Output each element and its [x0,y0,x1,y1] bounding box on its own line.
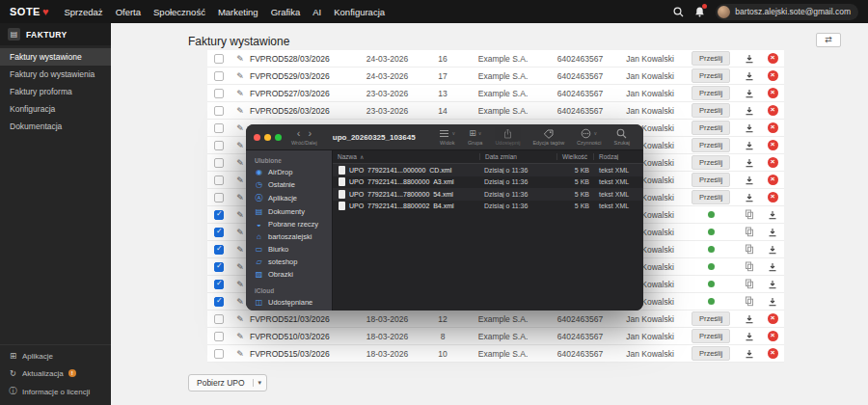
close-window-button[interactable] [254,134,260,141]
copy-icon[interactable] [745,244,754,255]
row-checkbox[interactable] [214,158,224,168]
sidebar-item-faktury-wystawione[interactable]: Faktury wystawione [0,48,111,66]
delete-icon[interactable]: × [768,157,778,168]
finder-sidebar-item-biurko[interactable]: ▭Biurko [246,243,332,256]
download-icon[interactable] [745,314,754,324]
row-checkbox[interactable] [214,54,224,64]
minimize-window-button[interactable] [264,134,271,141]
file-row[interactable]: UPO_77922141...000000_CD.xml Dzisiaj o 1… [333,164,643,176]
copy-icon[interactable] [745,296,754,307]
delete-icon[interactable]: × [768,313,778,324]
search-control[interactable]: Szukaj [613,128,630,147]
menu-item-sprzeda[interactable]: Sprzedaż [64,7,102,17]
user-account-button[interactable]: bartosz.alejski.sote@gmail.com [716,4,858,20]
sote-logo[interactable]: SOTE ♥ [10,6,48,17]
download-icon[interactable] [745,141,754,150]
row-checkbox[interactable] [214,193,224,202]
menu-item-grafika[interactable]: Grafika [271,7,301,17]
actions-control[interactable]: ∨ Czynności [577,128,601,147]
download-icon[interactable] [745,158,754,168]
sidebar-item-faktury-proforma[interactable]: Faktury proforma [0,83,111,100]
download-icon[interactable] [745,176,754,185]
send-button[interactable]: Prześlij [692,51,730,66]
view-control[interactable]: ∨ Widok [439,128,455,147]
download-icon[interactable] [768,228,777,237]
column-header-date[interactable]: Data zmian [479,153,556,160]
download-icon[interactable] [768,280,777,289]
edit-pencil-icon[interactable]: ✎ [231,89,250,98]
download-icon[interactable] [745,89,754,98]
send-button[interactable]: Prześlij [692,311,730,326]
row-checkbox[interactable] [214,314,224,324]
row-checkbox[interactable] [214,332,224,341]
download-icon[interactable] [745,54,754,64]
download-icon[interactable] [745,332,754,341]
sidebar-footer-aplikacje[interactable]: ⊞Aplikacje [0,347,111,364]
row-checkbox[interactable] [214,176,224,185]
group-control[interactable]: ⊞ ∨ Grupa [468,128,482,147]
row-checkbox[interactable] [214,228,224,237]
edit-pencil-icon[interactable]: ✎ [231,332,250,341]
finder-sidebar-item-aplikacje[interactable]: ⒶAplikacje [246,191,332,205]
finder-sidebar-item-ostatnie[interactable]: ◷Ostatnie [246,178,332,191]
send-button[interactable]: Prześlij [692,329,730,343]
row-checkbox[interactable] [214,89,224,98]
sidebar-footer-aktualizacja[interactable]: ↻Aktualizacja! [0,364,111,382]
delete-icon[interactable]: × [768,140,778,150]
share-control[interactable]: Udostępnij [495,128,520,147]
download-icon[interactable] [745,349,754,359]
send-button[interactable]: Prześlij [692,121,730,135]
copy-icon[interactable] [745,261,754,272]
send-button[interactable]: Prześlij [692,103,730,118]
row-checkbox[interactable] [214,71,224,81]
finder-sidebar-item-dokumenty[interactable]: ▤Dokumenty [246,205,332,218]
edit-pencil-icon[interactable]: ✎ [231,71,250,81]
row-checkbox[interactable] [214,141,224,150]
send-button[interactable]: Prześlij [692,86,730,100]
delete-icon[interactable]: × [768,53,778,64]
row-checkbox[interactable] [214,297,224,307]
finder-sidebar-item-obrazki[interactable]: ▨Obrazki [246,268,332,281]
download-icon[interactable] [745,71,754,81]
sidebar-item-dokumentacja[interactable]: Dokumentacja [0,118,111,135]
send-button[interactable]: Prześlij [692,190,730,204]
delete-icon[interactable]: × [768,175,778,185]
download-icon[interactable] [768,297,777,307]
download-icon[interactable] [768,210,777,220]
menu-item-ai[interactable]: AI [312,7,321,17]
download-icon[interactable] [745,123,754,133]
finder-window[interactable]: ‹ › Wróć/Dalej upo_20260325_103645 ∨ Wid… [246,124,643,310]
delete-icon[interactable]: × [768,122,778,133]
finder-sidebar-item-soteshop[interactable]: ▱soteshop [246,256,332,268]
download-icon[interactable] [745,193,754,202]
file-row[interactable]: UPO_77922141...8800000_A3.xml Dzisiaj o … [333,176,643,189]
delete-icon[interactable]: × [768,348,778,359]
menu-item-konfiguracja[interactable]: Konfiguracja [334,7,385,17]
sidebar-footer-informacje-o-licencji[interactable]: ⓘInformacje o licencji [0,382,111,401]
download-icon[interactable] [768,245,777,255]
finder-titlebar[interactable]: ‹ › Wróć/Dalej upo_20260325_103645 ∨ Wid… [246,124,643,150]
file-row[interactable]: UPO_77922141...8800002_B4.xml Dzisiaj o … [333,201,643,213]
file-row[interactable]: UPO_77922141...7800000_54.xml Dzisiaj o … [333,188,643,201]
send-button[interactable]: Prześlij [692,346,730,361]
finder-sidebar-item-bartoszalejski[interactable]: ⌂bartoszalejski [246,230,332,243]
finder-sidebar-item-airdrop[interactable]: ◉AirDrop [246,166,332,178]
send-button[interactable]: Prześlij [692,68,730,83]
edit-pencil-icon[interactable]: ✎ [231,349,250,359]
send-button[interactable]: Prześlij [692,155,730,170]
send-button[interactable]: Prześlij [692,173,730,187]
chevron-down-icon[interactable]: ▾ [253,379,267,387]
finder-sidebar-item-pobrane-rzeczy[interactable]: ◒Pobrane rzeczy [246,218,332,230]
download-icon[interactable] [745,106,754,116]
row-checkbox[interactable] [214,349,224,359]
row-checkbox[interactable] [214,210,224,220]
column-header-size[interactable]: Wielkość [556,153,593,160]
edit-pencil-icon[interactable]: ✎ [231,314,250,324]
notifications-bell-icon[interactable] [694,6,705,17]
row-checkbox[interactable] [214,262,224,272]
search-icon[interactable] [673,7,684,17]
row-checkbox[interactable] [214,280,224,289]
copy-icon[interactable] [745,279,754,289]
edit-pencil-icon[interactable]: ✎ [231,106,250,116]
row-checkbox[interactable] [214,123,224,133]
